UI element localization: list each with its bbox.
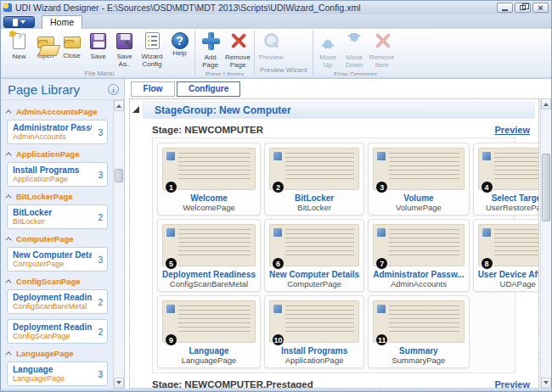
list-item[interactable]: Language LanguagePage 3 [7, 361, 108, 386]
preview-magnifier-icon [262, 31, 280, 50]
page-card[interactable]: 6 New Computer Details ComputerPage [264, 219, 364, 292]
scroll-up-button[interactable] [114, 100, 124, 111]
ribbon-group-file-menu: New Open Close Save Save As.. [4, 31, 194, 76]
sidebar-group-bitlockerpage[interactable]: BitLockerPage [8, 192, 110, 201]
page-card[interactable]: 11 Summary SummaryPage [368, 295, 469, 368]
new-document-icon [13, 33, 25, 49]
collapse-chevron-icon [6, 237, 12, 243]
tab-configure[interactable]: Configure [177, 81, 240, 97]
titlebar: UDI Wizard Designer - E:\Sources\OSD\MDT… [1, 1, 551, 14]
flow-designer-main: Flow Configure StageGroup: New Computer … [125, 79, 551, 389]
move-up-arrow-icon [318, 31, 337, 50]
page-count: 2 [98, 297, 103, 306]
minimize-icon [502, 9, 508, 11]
scrollbar-track[interactable] [114, 111, 124, 378]
expander-triangle-icon[interactable] [132, 106, 139, 113]
page-card[interactable]: 8 User Device Affinity UDAPage [473, 219, 539, 292]
save-as-button[interactable]: Save As.. [111, 31, 138, 69]
page-number-badge: 11 [375, 333, 388, 346]
window-title: UDI Wizard Designer - E:\Sources\OSD\MDT… [15, 3, 495, 13]
remove-page-button[interactable]: Remove Page [223, 31, 252, 70]
page-card[interactable]: 2 BitLocker BitLocker [264, 143, 364, 216]
page-number-badge: 7 [375, 257, 388, 270]
list-item[interactable]: Administrator Password AdminAccounts 3 [7, 120, 108, 144]
wizard-config-button[interactable]: Wizard Config [138, 31, 166, 69]
page-library-title: Page Library [8, 82, 108, 97]
chevron-down-icon [20, 20, 25, 24]
remove-item-x-icon [373, 31, 391, 50]
flow-canvas: StageGroup: New Computer Stage: NEWCOMPU… [129, 98, 539, 389]
page-card[interactable]: 1 Welcome WelcomePage [157, 143, 261, 216]
app-window: UDI Wizard Designer - E:\Sources\OSD\MDT… [0, 0, 552, 392]
page-count: 3 [98, 255, 103, 264]
stagegroup-header[interactable]: StageGroup: New Computer [143, 102, 535, 119]
stage-preview-link[interactable]: Preview [494, 379, 530, 389]
preview-button[interactable]: Preview [256, 31, 285, 62]
triangle-up-icon [116, 102, 121, 108]
add-page-button[interactable]: Add Page [197, 31, 223, 70]
minimize-button[interactable] [497, 3, 513, 13]
page-number-badge: 4 [481, 181, 493, 193]
sidebar-group-languagepage[interactable]: LanguagePage [8, 349, 110, 358]
list-item[interactable]: New Computer Details ComputerPage 3 [7, 247, 108, 272]
page-number-badge: 10 [272, 333, 284, 346]
page-card[interactable]: 10 Install Programs ApplicationPage [264, 295, 364, 368]
open-button[interactable]: Open [32, 31, 59, 60]
info-icon[interactable]: i [108, 84, 119, 95]
page-number-badge: 9 [165, 333, 177, 346]
move-down-button[interactable]: Move Down [341, 31, 368, 70]
application-menu-button[interactable] [3, 16, 35, 28]
triangle-down-icon [116, 381, 121, 387]
close-file-button[interactable]: Close [59, 31, 85, 60]
list-item[interactable]: Deployment Readiness ConfigScanPage 2 [7, 319, 108, 344]
view-tabs: Flow Configure [129, 81, 551, 98]
restore-button[interactable] [515, 3, 531, 13]
list-item[interactable]: BitLocker BitLocker 2 [7, 204, 108, 229]
page-card[interactable]: 9 Language LanguagePage [157, 295, 261, 368]
sidebar-group-computerpage[interactable]: ComputerPage [8, 234, 110, 244]
help-icon: ? [172, 32, 189, 49]
page-count: 3 [98, 369, 103, 378]
tab-flow[interactable]: Flow [131, 81, 175, 97]
save-button[interactable]: Save [85, 31, 111, 61]
page-count: 3 [98, 127, 103, 137]
remove-x-icon [228, 31, 247, 50]
close-button[interactable]: × [532, 3, 549, 13]
collapse-chevron-icon [6, 152, 12, 158]
collapse-chevron-icon [6, 279, 12, 285]
new-button[interactable]: New [6, 31, 32, 61]
collapse-chevron-icon [6, 194, 12, 200]
stage-preview-link[interactable]: Preview [494, 125, 530, 135]
tab-home[interactable]: Home [42, 15, 82, 29]
stage-page-grid: 1 Welcome WelcomePage 2 BitLocker BitLoc… [152, 137, 515, 373]
scroll-down-button[interactable] [541, 378, 551, 389]
triangle-down-icon [544, 381, 549, 387]
move-up-button[interactable]: Move Up [315, 31, 341, 70]
page-number-badge: 3 [375, 181, 388, 193]
scrollbar-track[interactable] [541, 109, 551, 378]
sidebar-group-adminaccountspage[interactable]: AdminAccountsPage [8, 107, 110, 116]
move-down-arrow-icon [345, 31, 363, 50]
page-card[interactable]: 7 Administrator Passw... AdminAccounts [368, 219, 469, 292]
sidebar-group-applicationpage[interactable]: ApplicationPage [8, 149, 110, 159]
remove-item-button[interactable]: Remove Item [368, 31, 397, 70]
list-item[interactable]: Deployment Readiness ConfigScanBareMetal… [7, 289, 108, 314]
scrollbar-thumb[interactable] [115, 169, 123, 182]
help-button[interactable]: ? Help [166, 31, 193, 58]
collapse-chevron-icon [6, 351, 12, 357]
page-count: 2 [98, 212, 103, 221]
page-number-badge: 5 [165, 257, 177, 270]
list-item[interactable]: Install Programs ApplicationPage 3 [7, 162, 108, 187]
sidebar-scrollbar[interactable] [113, 100, 124, 389]
stage-title: Stage: NEWCOMPUTER [152, 125, 494, 135]
page-card[interactable]: 4 Select Target UserRestorePage [473, 143, 539, 216]
scroll-up-button[interactable] [541, 98, 551, 109]
save-floppy-icon [90, 33, 106, 49]
page-card[interactable]: 5 Deployment Readiness ConfigScanBareMet… [157, 219, 261, 292]
scroll-down-button[interactable] [114, 378, 124, 389]
page-card[interactable]: 3 Volume VolumePage [368, 143, 469, 216]
open-folder-icon [37, 36, 54, 48]
main-scrollbar[interactable] [540, 98, 551, 389]
scrollbar-thumb[interactable] [542, 154, 550, 221]
sidebar-group-configscanpage[interactable]: ConfigScanPage [8, 277, 110, 286]
